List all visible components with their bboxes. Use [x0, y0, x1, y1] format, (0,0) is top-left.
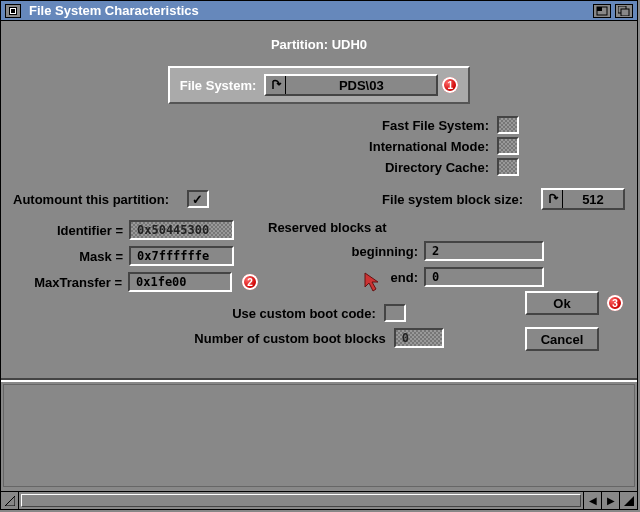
beginning-input[interactable]: 2 [424, 241, 544, 261]
depth-gadget[interactable] [615, 4, 633, 18]
size-gadget-left[interactable] [1, 492, 19, 509]
ok-button[interactable]: Ok [525, 291, 599, 315]
filesystem-label: File System: [180, 78, 257, 93]
dircache-checkbox[interactable] [497, 158, 519, 176]
end-row: end: 0 [268, 267, 625, 287]
automount-label: Automount this partition: [13, 192, 169, 207]
blocksize-label: File system block size: [382, 192, 523, 207]
intl-checkbox[interactable] [497, 137, 519, 155]
cycle-arrow-icon [543, 190, 563, 208]
reserved-header: Reserved blocks at [268, 220, 387, 235]
window: File System Characteristics Partition: U… [0, 0, 638, 510]
divider [1, 378, 637, 382]
beginning-label: beginning: [268, 244, 418, 259]
automount-blocksize-row: Automount this partition: ✓ File system … [13, 188, 625, 210]
fast-fs-label: Fast File System: [382, 118, 489, 133]
automount-checkbox[interactable]: ✓ [187, 190, 209, 208]
reserved-header-row: Reserved blocks at [268, 220, 625, 235]
mask-row: Mask = 0x7ffffffe [13, 246, 258, 266]
scroll-track[interactable] [19, 492, 583, 509]
scroll-thumb[interactable] [21, 494, 581, 507]
identifier-row: Identifier = 0x50445300 [13, 220, 258, 240]
close-gadget[interactable] [5, 4, 21, 18]
maxtransfer-row: MaxTransfer = 0x1fe00 2 [13, 272, 258, 292]
end-input[interactable]: 0 [424, 267, 544, 287]
arrow-left-icon: ◀ [589, 495, 597, 506]
intl-row: International Mode: [119, 137, 519, 155]
filesystem-row: File System: PDS\03 1 [13, 66, 625, 104]
blocksize-cycle[interactable]: 512 [541, 188, 625, 210]
partition-label-text: Partition: [271, 37, 328, 52]
use-custom-boot-checkbox[interactable] [384, 304, 406, 322]
titlebar: File System Characteristics [1, 1, 637, 21]
flags-column: Fast File System: International Mode: Di… [119, 116, 519, 176]
horizontal-scrollbar: ◀ ▶ [1, 491, 637, 509]
num-boot-blocks-label: Number of custom boot blocks [194, 331, 385, 346]
partition-name: UDH0 [332, 37, 367, 52]
use-custom-boot-row: Use custom boot code: [232, 304, 406, 322]
intl-label: International Mode: [369, 139, 489, 154]
fast-fs-row: Fast File System: [119, 116, 519, 134]
window-title: File System Characteristics [25, 3, 589, 18]
right-column: Reserved blocks at beginning: 2 end: 0 [268, 220, 625, 298]
fast-fs-checkbox[interactable] [497, 116, 519, 134]
dircache-label: Directory Cache: [385, 160, 489, 175]
identifier-label: Identifier = [13, 223, 123, 238]
dircache-row: Directory Cache: [119, 158, 519, 176]
svg-rect-3 [621, 9, 629, 16]
num-boot-blocks-input: 0 [394, 328, 444, 348]
filesystem-value: PDS\03 [286, 78, 436, 93]
marker-2: 2 [242, 274, 258, 290]
mask-input[interactable]: 0x7ffffffe [129, 246, 234, 266]
lower-panel [3, 384, 635, 487]
filesystem-cycle[interactable]: PDS\03 [264, 74, 438, 96]
scroll-right-button[interactable]: ▶ [601, 492, 619, 509]
cycle-arrow-icon [266, 76, 286, 94]
left-column: Identifier = 0x50445300 Mask = 0x7ffffff… [13, 220, 258, 298]
num-boot-blocks-row: Number of custom boot blocks 0 [194, 328, 443, 348]
maxtransfer-label: MaxTransfer = [13, 275, 122, 290]
maxtransfer-input[interactable]: 0x1fe00 [128, 272, 232, 292]
check-icon: ✓ [192, 192, 203, 207]
title-gadgets [593, 4, 633, 18]
identifier-input: 0x50445300 [129, 220, 234, 240]
arrow-right-icon: ▶ [607, 495, 615, 506]
marker-3: 3 [607, 295, 623, 311]
beginning-row: beginning: 2 [268, 241, 625, 261]
svg-rect-1 [597, 7, 602, 11]
blocksize-value: 512 [563, 192, 623, 207]
size-gadget[interactable] [619, 492, 637, 509]
mask-label: Mask = [13, 249, 123, 264]
scroll-left-button[interactable]: ◀ [583, 492, 601, 509]
end-label: end: [268, 270, 418, 285]
fields-grid: Identifier = 0x50445300 Mask = 0x7ffffff… [13, 220, 625, 298]
button-column: Ok 3 Cancel [525, 291, 623, 351]
partition-label: Partition: UDH0 [13, 37, 625, 52]
marker-1: 1 [442, 77, 458, 93]
zoom-gadget[interactable] [593, 4, 611, 18]
filesystem-box: File System: PDS\03 1 [168, 66, 471, 104]
cancel-button[interactable]: Cancel [525, 327, 599, 351]
use-custom-boot-label: Use custom boot code: [232, 306, 376, 321]
